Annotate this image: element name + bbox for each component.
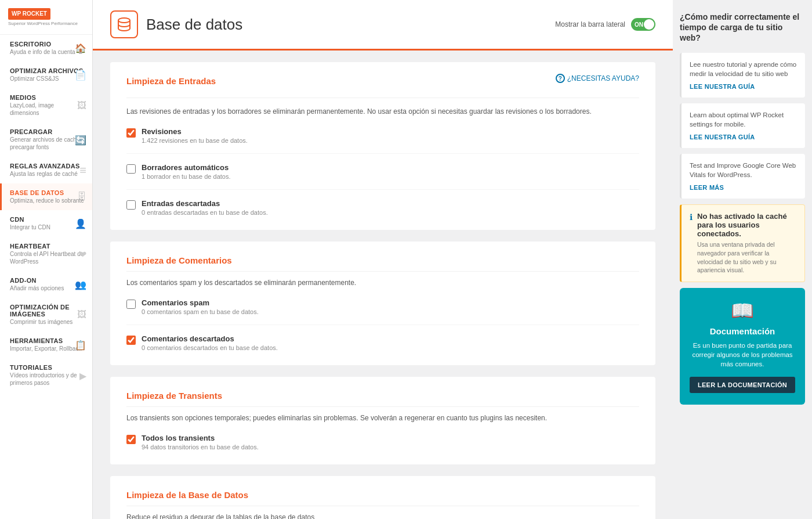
- addon-icon: 👥: [75, 279, 86, 290]
- svg-point-0: [118, 18, 130, 23]
- info-card-1-text: Lee nuestro tutorial y aprende cómo medi…: [690, 60, 797, 78]
- sidebar-item-add-on[interactable]: ADD-ON Añadir más opciones 👥: [0, 271, 92, 298]
- warning-sub: Usa una ventana privada del navegador pa…: [697, 240, 796, 275]
- media-icon: 🖼: [77, 100, 86, 111]
- cdn-icon: 👤: [75, 218, 86, 229]
- sidebar-item-escritorio[interactable]: ESCRITORIO Ayuda e info de la cuenta 🏠: [0, 35, 92, 62]
- sidebar-item-sub: LazyLoad, image dimensions: [10, 102, 84, 117]
- borradores-checkbox[interactable]: [126, 164, 136, 174]
- sidebar-item-title: TUTORIALES: [10, 364, 84, 371]
- sidebar-item-precargar[interactable]: PRECARGAR Generar archivos de caché, pre…: [0, 122, 92, 157]
- revisiones-checkbox[interactable]: [126, 128, 136, 138]
- borradores-label: Borradores automáticos: [142, 163, 231, 172]
- sidebar-item-reglas-avanzadas[interactable]: REGLAS AVANZADAS Ajusta las reglas de ca…: [0, 157, 92, 183]
- sidebar-item-sub: Integrar tu CDN: [10, 224, 84, 231]
- sidebar-item-title: HERRAMIENTAS: [10, 337, 84, 344]
- entradas-descartadas-label: Entradas descartadas: [142, 199, 268, 208]
- main-wrap: Base de datos Mostrar la barra lateral O…: [93, 0, 812, 519]
- logo: WP ROCKET Superior WordPress Performance: [0, 0, 92, 35]
- logo-text: WP ROCKET: [12, 10, 47, 17]
- database-desc: Reduce el residuo a depurar de la tablas…: [126, 512, 639, 519]
- sidebar-item-optimizar-archivos[interactable]: OPTIMIZAR ARCHIVOS Optimizar CSS&JS 📄: [0, 62, 92, 88]
- comentarios-title: Limpieza de Comentarios: [126, 255, 639, 272]
- checkbox-entradas-descartadas: Entradas descartadas 0 entradas descarta…: [126, 199, 639, 216]
- sidebar-toggle-label: Mostrar la barra lateral: [555, 20, 625, 28]
- todos-transients-count: 94 datos transitorios en tu base de dato…: [142, 444, 259, 450]
- info-card-3-link[interactable]: LEER MÁS: [690, 184, 724, 191]
- todos-transients-checkbox[interactable]: [126, 435, 136, 444]
- sidebar-item-sub: Controla el API Heartbeat de WordPress: [10, 250, 84, 265]
- top-bar-right: Mostrar la barra lateral ON: [555, 18, 655, 31]
- sidebar-item-sub: Vídeos introductorios y de primeros paso…: [10, 372, 84, 387]
- sidebar-item-title: ADD-ON: [10, 277, 84, 284]
- sidebar-item-title: ESCRITORIO: [10, 41, 84, 48]
- info-card-1: Lee nuestro tutorial y aprende cómo medi…: [680, 53, 805, 98]
- entradas-desc: Las revisiones de entradas y los borrado…: [126, 106, 639, 117]
- sidebar-item-title: CDN: [10, 216, 84, 223]
- checkbox-revisiones: Revisiones 1.422 revisiones en tu base d…: [126, 127, 639, 154]
- toggle-track[interactable]: ON: [631, 18, 655, 31]
- sidebar-item-sub: Añadir más opciones: [10, 284, 84, 292]
- comentarios-descartados-count: 0 comentarios descartados en tu base de …: [142, 344, 278, 351]
- comentarios-spam-label: Comentarios spam: [142, 298, 259, 307]
- sidebar-item-optimizacion-imagenes[interactable]: OPTIMIZACIÓN DE IMÁGENES Comprimir tus i…: [0, 298, 92, 331]
- sidebar: WP ROCKET Superior WordPress Performance…: [0, 0, 93, 519]
- sidebar-item-cdn[interactable]: CDN Integrar tu CDN 👤: [0, 210, 92, 237]
- database-icon: 🗄: [77, 192, 86, 202]
- todos-transients-label: Todos los transients: [142, 434, 259, 442]
- refresh-icon: 🔄: [75, 134, 86, 145]
- content-panels: Limpieza de Entradas ? ¿NECESITAS AYUDA?…: [93, 51, 673, 519]
- checkbox-comentarios-spam: Comentarios spam 0 comentarios spam en t…: [126, 298, 639, 325]
- info-card-3: Test and Improve Google Core Web Vitals …: [680, 154, 805, 199]
- play-icon: ▶: [79, 370, 86, 381]
- checkbox-todos-transients: Todos los transients 94 datos transitori…: [126, 434, 639, 450]
- revisiones-count: 1.422 revisiones en tu base de datos.: [142, 137, 248, 144]
- entradas-descartadas-checkbox[interactable]: [126, 200, 136, 210]
- sidebar-item-title: REGLAS AVANZADAS: [10, 163, 84, 170]
- heart-icon: ❤: [79, 248, 86, 260]
- sidebar-item-herramientas[interactable]: HERRAMIENTAS Importar, Exportar, Rollbac…: [0, 331, 92, 358]
- content-area: Base de datos Mostrar la barra lateral O…: [93, 0, 673, 519]
- docs-desc: Es un buen punto de partida para corregi…: [689, 341, 796, 369]
- comentarios-spam-checkbox[interactable]: [126, 300, 136, 309]
- sidebar-item-base-de-datos[interactable]: BASE DE DATOS Optimiza, reduce lo sobran…: [0, 183, 92, 210]
- info-card-2-link[interactable]: LEE NUESTRA GUÍA: [690, 134, 755, 140]
- page-title: Base de datos: [146, 16, 242, 34]
- warning-title: No has activado la caché para los usuari…: [697, 212, 787, 238]
- database-title: Limpieza de la Base de Datos: [126, 490, 639, 506]
- sidebar-item-sub: Importar, Exportar, Rollback: [10, 345, 84, 352]
- info-card-3-text: Test and Improve Google Core Web Vitals …: [690, 161, 797, 179]
- section-entradas: Limpieza de Entradas ? ¿NECESITAS AYUDA?…: [110, 62, 655, 230]
- revisiones-label: Revisiones: [142, 127, 248, 136]
- help-icon: ?: [556, 74, 565, 83]
- sidebar-item-title: OPTIMIZAR ARCHIVOS: [10, 67, 84, 74]
- section-transients: Limpieza de Transients Los transients so…: [110, 377, 655, 464]
- sidebar-item-heartbeat[interactable]: HEARTBEAT Controla el API Heartbeat de W…: [0, 237, 92, 271]
- sidebar-item-title: MEDIOS: [10, 94, 84, 101]
- entradas-title: Limpieza de Entradas: [126, 76, 216, 92]
- info-card-2: Learn about optimal WP Rocket settings f…: [680, 103, 805, 148]
- docs-title: Documentación: [689, 326, 796, 336]
- section-database: Limpieza de la Base de Datos Reduce el r…: [110, 476, 655, 519]
- toggle-on-label: ON: [635, 21, 643, 28]
- info-card-1-link[interactable]: LEE NUESTRA GUÍA: [690, 83, 755, 90]
- tools-icon: 📋: [75, 340, 86, 351]
- top-bar-left: Base de datos: [110, 10, 242, 38]
- info-card-2-text: Learn about optimal WP Rocket settings f…: [690, 110, 797, 129]
- checkbox-comentarios-descartados: Comentarios descartados 0 comentarios de…: [126, 334, 639, 351]
- sidebar-item-tutoriales[interactable]: TUTORIALES Vídeos introductorios y de pr…: [0, 358, 92, 392]
- file-icon: 📄: [75, 70, 86, 81]
- section-comentarios: Limpieza de Comentarios Los comentarios …: [110, 242, 655, 365]
- sidebar-item-medios[interactable]: MEDIOS LazyLoad, image dimensions 🖼: [0, 88, 92, 122]
- book-icon: 📖: [689, 300, 796, 322]
- sidebar-toggle[interactable]: ON: [631, 18, 655, 31]
- image-opt-icon: 🖼: [77, 309, 86, 320]
- help-link[interactable]: ? ¿NECESITAS AYUDA?: [556, 74, 639, 83]
- comentarios-descartados-checkbox[interactable]: [126, 336, 136, 345]
- top-bar: Base de datos Mostrar la barra lateral O…: [93, 0, 673, 51]
- sidebar-item-title: PRECARGAR: [10, 128, 84, 135]
- page-icon: [110, 10, 138, 38]
- docs-button[interactable]: LEER LA DOCUMENTACIÓN: [690, 377, 795, 393]
- rules-icon: ≡: [79, 164, 86, 177]
- home-icon: 🏠: [75, 43, 86, 54]
